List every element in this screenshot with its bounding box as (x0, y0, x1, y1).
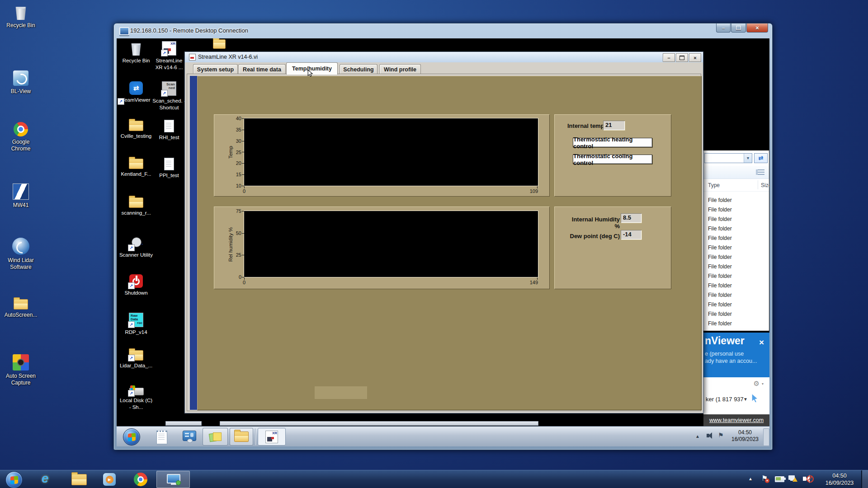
tab-wind-profile[interactable]: Wind profile (379, 64, 421, 74)
remote-icon-streamline-xr[interactable]: XR ↗ StreamLine XR v14-6 ... (152, 41, 186, 71)
temp-chart-plot-area[interactable] (244, 118, 538, 186)
remote-icon-scan-sched[interactable]: Scan ned ↗ Scan_sched. - Shortcut (152, 81, 186, 111)
show-desktop-button[interactable] (763, 428, 769, 446)
taskbar-divider (255, 428, 255, 445)
remote-folder-icon-top[interactable] (213, 39, 226, 49)
file-row[interactable]: File folder (703, 205, 769, 215)
remote-icon-rdp-v14[interactable]: Raw Data roc ↗ RDP_v14 (119, 313, 153, 336)
action-center-flag-icon[interactable]: ⚑ × (761, 474, 768, 483)
teamviewer-link[interactable]: www.teamviewer.com (709, 417, 764, 423)
humidity-chart-plot-area[interactable] (244, 211, 538, 277)
gear-icon[interactable]: ⚙ (754, 380, 760, 388)
remote-icon-rhi-test[interactable]: RHI_test (152, 120, 186, 141)
shortcut-arrow-icon: ↗ (128, 355, 135, 361)
chrome-taskbar-icon[interactable] (134, 473, 147, 486)
shortcut-arrow-icon: ↗ (118, 98, 124, 105)
remote-clock[interactable]: 04:50 16/09/2023 (728, 429, 762, 443)
folder-icon (71, 474, 87, 485)
host-icon-mw41[interactable]: MW41 (2, 183, 40, 209)
rdp-window-title[interactable]: 192.168.0.150 - Remote Desktop Connectio… (130, 27, 248, 34)
file-row[interactable]: File folder (703, 224, 769, 234)
column-header-type[interactable]: Type (708, 182, 720, 188)
maximize-button[interactable] (676, 53, 688, 62)
speaker-icon[interactable] (707, 434, 709, 437)
host-icon-auto-screen-capture[interactable]: Auto Screen Capture (2, 354, 40, 386)
remote-icon-lidar-data[interactable]: ↗ Lidar_Data_... (119, 350, 153, 369)
file-row[interactable]: File folder (703, 300, 769, 310)
explorer-taskbar-icon[interactable] (71, 474, 87, 485)
streamline-titlebar[interactable]: StreamLine XR v14-6.vi – × (185, 52, 703, 63)
streamline-taskbar-button[interactable]: XR (258, 428, 286, 446)
remote-icon-shutdown[interactable]: ↗ Shutdown (119, 274, 153, 296)
tray-up-arrow-icon[interactable]: ▲ (748, 476, 753, 481)
display-settings-icon[interactable] (183, 431, 196, 441)
host-clock[interactable]: 04:50 16/09/2023 (819, 472, 860, 487)
dropdown-icon[interactable]: ▼ (743, 397, 748, 402)
file-row[interactable]: File folder (703, 281, 769, 291)
close-button[interactable]: × (689, 53, 701, 62)
host-icon-google-chrome[interactable]: Google Chrome (2, 122, 40, 152)
remote-icon-teamviewer[interactable]: ⇄↗ TeamViewer (119, 81, 153, 103)
details-view-icon[interactable] (756, 169, 764, 175)
refresh-button[interactable]: ⇄ (754, 153, 768, 163)
file-row[interactable]: File folder (703, 215, 769, 224)
chevron-down-icon[interactable]: ▾ (762, 382, 764, 386)
internal-temp-value[interactable]: 21 (603, 121, 625, 130)
remote-icon-scanning[interactable]: scanning_r... (119, 197, 153, 216)
tab-bar: System setup Real time data Temp/humidit… (185, 62, 703, 74)
remote-icon-local-disk[interactable]: ↗ Local Disk (C) - Sh... (119, 385, 153, 411)
maximize-button[interactable] (731, 23, 746, 33)
host-icon-recycle-bin[interactable]: Recycle Bin (2, 5, 40, 29)
address-combobox[interactable]: ▾ (704, 153, 752, 163)
tray-up-arrow-icon[interactable]: ▲ (695, 434, 700, 439)
thermostatic-heating-button[interactable]: Thermostatic heating control (573, 138, 652, 147)
rdp-taskbar-button[interactable] (156, 471, 190, 488)
remote-icon-ppi-test[interactable]: PPI_test (152, 158, 186, 179)
scrollbar-segment[interactable] (220, 421, 538, 426)
remote-start-button[interactable] (123, 428, 140, 446)
internal-temp-panel: Internal temp 21 Thermostatic heating co… (554, 114, 671, 197)
tab-scheduling[interactable]: Scheduling (340, 64, 377, 74)
file-row[interactable]: File folder (703, 310, 769, 319)
remote-icon-cville-testing[interactable]: Cville_testing (119, 121, 153, 140)
remote-icon-kentland[interactable]: Kentland_F... (119, 159, 153, 178)
host-icon-autoscreen[interactable]: AutoScreen... (2, 299, 40, 319)
remote-icon-recycle-bin[interactable]: Recycle Bin (119, 42, 153, 64)
icon-label: Kentland_F... (121, 171, 151, 178)
file-row[interactable]: File folder (703, 253, 769, 262)
file-row[interactable]: File folder (703, 234, 769, 243)
action-center-flag-icon[interactable]: ⚑ (718, 432, 724, 439)
tab-real-time-data[interactable]: Real time data (238, 64, 286, 74)
file-row[interactable]: File folder (703, 319, 769, 328)
thermostatic-cooling-button[interactable]: Thermostatic cooling control (573, 155, 652, 164)
host-icon-bl-view[interactable]: BL-View (2, 70, 40, 95)
media-player-icon[interactable]: ▶ (103, 473, 116, 486)
minimize-button[interactable]: – (716, 23, 731, 33)
file-row[interactable]: File folder (703, 243, 769, 253)
muted-speaker-icon[interactable] (803, 477, 806, 481)
host-icon-wind-lidar[interactable]: Wind Lidar Software (2, 238, 40, 271)
close-button[interactable]: × (746, 23, 768, 33)
tab-system-setup[interactable]: System setup (193, 64, 238, 74)
file-row[interactable]: File folder (703, 196, 769, 205)
internal-humidity-value[interactable]: 8.5 (621, 213, 642, 223)
close-icon[interactable]: × (759, 338, 764, 347)
dew-point-value[interactable]: -14 (621, 230, 642, 239)
show-desktop-button[interactable] (861, 470, 868, 488)
file-row[interactable]: File folder (703, 291, 769, 300)
minimize-button[interactable]: – (663, 53, 675, 62)
internet-explorer-icon[interactable]: e (42, 471, 49, 486)
shortcut-arrow-icon: ↗ (128, 321, 135, 328)
notepad-icon[interactable] (156, 431, 167, 444)
battery-icon[interactable] (775, 476, 784, 482)
scrollbar-segment[interactable] (165, 421, 202, 426)
column-header-size[interactable]: Size (761, 182, 769, 188)
account-text: ker (1 817 937 (706, 396, 744, 403)
chevron-down-icon[interactable]: ▾ (744, 154, 752, 163)
explorer-taskbar-button[interactable] (230, 428, 253, 446)
remote-icon-scanner-utility[interactable]: → ↗ Scanner Utility (119, 236, 153, 258)
sticky-notes-taskbar-button[interactable] (203, 428, 228, 446)
host-start-button[interactable] (5, 471, 23, 488)
file-row[interactable]: File folder (703, 272, 769, 281)
file-row[interactable]: File folder (703, 262, 769, 272)
